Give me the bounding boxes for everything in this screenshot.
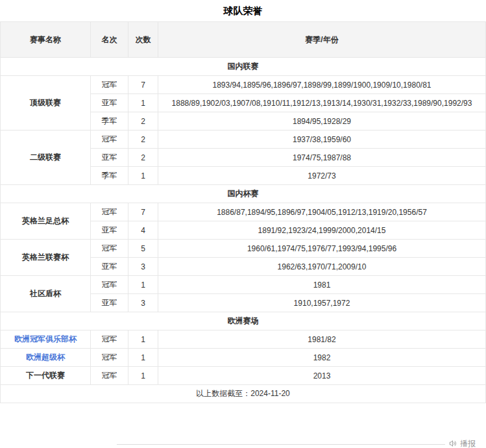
honors-table-body: 国内联赛顶级联赛冠军71893/94,1895/96,1896/97,1898/… <box>1 58 486 385</box>
section-row: 国内杯赛 <box>1 185 486 203</box>
rank-cell: 冠军 <box>91 349 128 367</box>
count-cell: 4 <box>128 221 158 240</box>
seasons-cell: 1937/38,1959/60 <box>158 131 486 149</box>
seasons-cell: 1981 <box>158 276 486 294</box>
rank-cell: 亚军 <box>91 94 128 112</box>
competition-name: 二级联赛 <box>1 131 91 185</box>
rank-cell: 季军 <box>91 112 128 131</box>
seasons-cell: 1888/89,1902/03,1907/08,1910/11,1912/13,… <box>158 94 486 112</box>
data-cutoff-note: 以上数据截至：2024-11-20 <box>1 385 486 403</box>
competition-name: 英格兰联赛杯 <box>1 240 91 276</box>
divider <box>117 444 445 445</box>
honor-row: 二级联赛冠军21937/38,1959/60 <box>1 131 486 149</box>
seasons-cell: 1886/87,1894/95,1896/97,1904/05,1912/13,… <box>158 203 486 221</box>
competition-name: 英格兰足总杯 <box>1 203 91 240</box>
header-count: 次数 <box>128 22 158 58</box>
rank-cell: 亚军 <box>91 258 128 276</box>
rank-cell: 亚军 <box>91 221 128 240</box>
seasons-cell: 1894/95,1928/29 <box>158 112 486 131</box>
seasons-cell: 1982 <box>158 349 486 367</box>
count-cell: 1 <box>128 330 158 349</box>
rank-cell: 亚军 <box>91 294 128 312</box>
count-cell: 1 <box>128 94 158 112</box>
rank-cell: 冠军 <box>91 330 128 349</box>
count-cell: 2 <box>128 149 158 167</box>
seasons-cell: 1974/75,1987/88 <box>158 149 486 167</box>
count-cell: 1 <box>128 276 158 294</box>
rank-cell: 冠军 <box>91 131 128 149</box>
honor-row: 下一代联赛冠军12013 <box>1 367 486 385</box>
count-cell: 1 <box>128 367 158 385</box>
header-rank: 名次 <box>91 22 128 58</box>
honor-row: 英格兰联赛杯冠军51960/61,1974/75,1976/77,1993/94… <box>1 240 486 258</box>
count-cell: 1 <box>128 167 158 185</box>
section-row: 欧洲赛场 <box>1 312 486 330</box>
tts-play-button[interactable]: 播报 <box>448 438 476 448</box>
honor-row: 英格兰足总杯冠军71886/87,1894/95,1896/97,1904/05… <box>1 203 486 221</box>
page-title: 球队荣誉 <box>0 0 486 21</box>
competition-link[interactable]: 欧洲超级杯 <box>1 349 91 367</box>
section-title: 国内杯赛 <box>1 185 486 203</box>
count-cell: 2 <box>128 131 158 149</box>
seasons-cell: 1962/63,1970/71,2009/10 <box>158 258 486 276</box>
header-row: 赛事名称 名次 次数 赛季/年份 <box>1 22 486 58</box>
section-row: 国内联赛 <box>1 58 486 76</box>
seasons-cell: 1981/82 <box>158 330 486 349</box>
rank-cell: 季军 <box>91 167 128 185</box>
honors-table-header: 赛事名称 名次 次数 赛季/年份 <box>1 22 486 58</box>
rank-cell: 冠军 <box>91 203 128 221</box>
honor-row: 欧洲冠军俱乐部杯冠军11981/82 <box>1 330 486 349</box>
seasons-cell: 1972/73 <box>158 167 486 185</box>
honor-row: 顶级联赛冠军71893/94,1895/96,1896/97,1898/99,1… <box>1 76 486 94</box>
count-cell: 5 <box>128 240 158 258</box>
rank-cell: 冠军 <box>91 367 128 385</box>
section-title: 国内联赛 <box>1 58 486 76</box>
seasons-cell: 1960/61,1974/75,1976/77,1993/94,1995/96 <box>158 240 486 258</box>
footer-row: 以上数据截至：2024-11-20 <box>1 385 486 403</box>
honors-table: 赛事名称 名次 次数 赛季/年份 国内联赛顶级联赛冠军71893/94,1895… <box>0 21 486 403</box>
rank-cell: 冠军 <box>91 276 128 294</box>
speaker-icon <box>448 439 457 448</box>
rank-cell: 冠军 <box>91 76 128 94</box>
honor-row: 欧洲超级杯冠军11982 <box>1 349 486 367</box>
honor-row: 社区盾杯冠军11981 <box>1 276 486 294</box>
section-title: 欧洲赛场 <box>1 312 486 330</box>
competition-name: 社区盾杯 <box>1 276 91 312</box>
rank-cell: 冠军 <box>91 240 128 258</box>
count-cell: 7 <box>128 203 158 221</box>
honors-table-footer: 以上数据截至：2024-11-20 <box>1 385 486 403</box>
seasons-cell: 1893/94,1895/96,1896/97,1898/99,1899/190… <box>158 76 486 94</box>
tts-label: 播报 <box>460 438 476 448</box>
count-cell: 2 <box>128 112 158 131</box>
competition-name: 下一代联赛 <box>1 367 91 385</box>
seasons-cell: 2013 <box>158 367 486 385</box>
count-cell: 1 <box>128 349 158 367</box>
competition-link[interactable]: 欧洲冠军俱乐部杯 <box>1 330 91 349</box>
seasons-cell: 1891/92,1923/24,1999/2000,2014/15 <box>158 221 486 240</box>
count-cell: 7 <box>128 76 158 94</box>
rank-cell: 亚军 <box>91 149 128 167</box>
seasons-cell: 1910,1957,1972 <box>158 294 486 312</box>
header-seasons: 赛季/年份 <box>158 22 486 58</box>
header-competition: 赛事名称 <box>1 22 91 58</box>
count-cell: 3 <box>128 294 158 312</box>
competition-name: 顶级联赛 <box>1 76 91 131</box>
count-cell: 3 <box>128 258 158 276</box>
